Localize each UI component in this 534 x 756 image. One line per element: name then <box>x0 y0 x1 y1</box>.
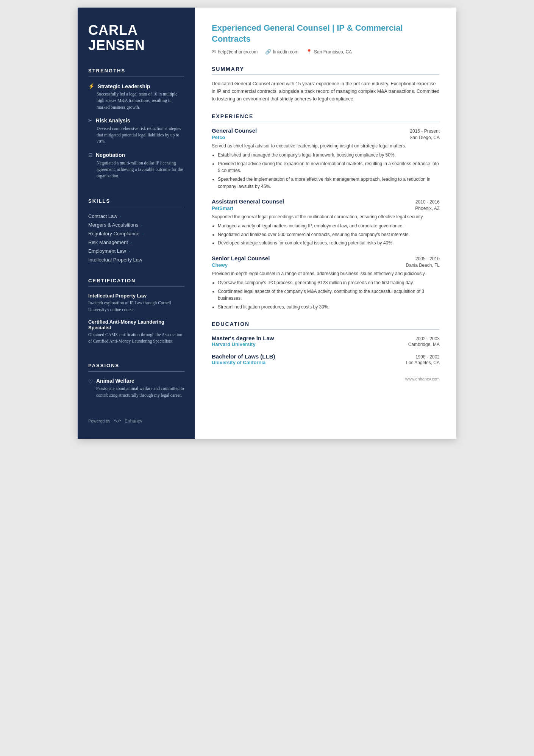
main-title: Experienced General Counsel | IP & Comme… <box>212 23 440 44</box>
risk-analysis-icon: ✂ <box>88 117 93 124</box>
summary-section: SUMMARY Dedicated General Counsel armed … <box>212 66 440 103</box>
exp-subheader-3: Chewy Dania Beach, FL <box>212 262 440 268</box>
negotiation-icon: ⊟ <box>88 152 93 158</box>
edu-degree-1: Master's degree in Law <box>212 335 274 341</box>
edu-header-1: Master's degree in Law 2002 - 2003 <box>212 335 440 341</box>
certification-divider <box>88 286 184 287</box>
skill-dot-1: · <box>119 213 122 219</box>
edu-location-2: Los Angeles, CA <box>406 360 440 365</box>
name-block: CARLA JENSEN <box>88 23 184 53</box>
edu-item-2: Bachelor of Laws (LLB) 1998 - 2002 Unive… <box>212 353 440 365</box>
strength-desc-2: Devised comprehensive risk reduction str… <box>88 125 184 145</box>
strengths-divider <box>88 77 184 77</box>
exp-subheader-2: PetSmart Phoenix, AZ <box>212 205 440 211</box>
skills-section: SKILLS Contract Law · Mergers & Acquisit… <box>88 198 184 266</box>
contact-email: ✉ help@enhancv.com <box>212 49 258 55</box>
exp-header-2: Assistant General Counsel 2010 - 2016 <box>212 198 440 205</box>
edu-school-2: University of California <box>212 360 265 365</box>
exp-item-1: General Counsel 2016 - Present Petco San… <box>212 127 440 190</box>
cert-desc-1: In-depth exploration of IP Law through C… <box>88 300 184 313</box>
skills-title: SKILLS <box>88 198 184 204</box>
exp-location-1: San Diego, CA <box>410 135 440 140</box>
edu-dates-1: 2002 - 2003 <box>415 336 440 341</box>
contact-row: ✉ help@enhancv.com 🔗 linkedin.com 📍 San … <box>212 49 440 55</box>
contact-location: 📍 San Francisco, CA <box>306 49 352 55</box>
bullet-1-3: Spearheaded the implementation of a more… <box>218 176 440 190</box>
strategic-leadership-icon: ⚡ <box>88 83 95 89</box>
skill-dot-3: · <box>141 231 144 236</box>
skill-item-5: Employment Law · <box>88 248 184 254</box>
enhancv-brand: Enhancv <box>125 418 142 424</box>
strength-name-2: Risk Analysis <box>96 117 130 124</box>
strength-item-1: ⚡ Strategic Leadership Successfully led … <box>88 83 184 111</box>
experience-section: EXPERIENCE General Counsel 2016 - Presen… <box>212 113 440 310</box>
main-content: Experienced General Counsel | IP & Comme… <box>195 8 456 439</box>
location-value: San Francisco, CA <box>314 49 352 55</box>
resume-wrapper: CARLA JENSEN STRENGTHS ⚡ Strategic Leade… <box>78 8 456 439</box>
passions-divider <box>88 371 184 372</box>
edu-school-1: Harvard University <box>212 341 256 347</box>
exp-title-2: Assistant General Counsel <box>212 198 284 205</box>
exp-desc-1: Served as chief legal advisor to executi… <box>212 142 440 149</box>
contact-linkedin: 🔗 linkedin.com <box>265 49 298 55</box>
strength-header-3: ⊟ Negotiation <box>88 152 184 158</box>
edu-subheader-1: Harvard University Cambridge, MA <box>212 341 440 347</box>
exp-bullets-3: Oversaw the company's IPO process, gener… <box>212 279 440 310</box>
sidebar: CARLA JENSEN STRENGTHS ⚡ Strategic Leade… <box>78 8 195 439</box>
edu-location-1: Cambridge, MA <box>408 342 440 347</box>
last-name: JENSEN <box>88 38 184 53</box>
passions-title: PASSIONS <box>88 363 184 368</box>
website-label: www.enhancv.com <box>405 377 440 381</box>
certification-section: CERTIFICATION Intellectual Property Law … <box>88 278 184 351</box>
email-icon: ✉ <box>212 49 216 55</box>
strength-header-1: ⚡ Strategic Leadership <box>88 83 184 89</box>
exp-title-1: General Counsel <box>212 127 257 134</box>
exp-bullets-1: Established and managed the company's le… <box>212 152 440 190</box>
bullet-1-2: Provided legal advice during the expansi… <box>218 160 440 174</box>
edu-header-2: Bachelor of Laws (LLB) 1998 - 2002 <box>212 353 440 360</box>
cert-desc-2: Obtained CAMS certification through the … <box>88 332 184 345</box>
skill-item-3: Regulatory Compliance · <box>88 231 184 236</box>
strength-name-1: Strategic Leadership <box>98 83 150 89</box>
experience-divider <box>212 122 440 122</box>
certification-title: CERTIFICATION <box>88 278 184 283</box>
summary-divider <box>212 74 440 75</box>
exp-company-1: Petco <box>212 135 225 140</box>
strengths-title: STRENGTHS <box>88 68 184 74</box>
education-section: EDUCATION Master's degree in Law 2002 - … <box>212 321 440 365</box>
edu-item-1: Master's degree in Law 2002 - 2003 Harva… <box>212 335 440 347</box>
strength-item-2: ✂ Risk Analysis Devised comprehensive ri… <box>88 117 184 145</box>
summary-text: Dedicated General Counsel armed with 15 … <box>212 80 440 103</box>
exp-location-3: Dania Beach, FL <box>406 263 440 268</box>
exp-item-2: Assistant General Counsel 2010 - 2016 Pe… <box>212 198 440 247</box>
skill-item-2: Mergers & Acquisitions · <box>88 222 184 228</box>
email-value: help@enhancv.com <box>218 49 258 55</box>
bullet-1-1: Established and managed the company's le… <box>218 152 440 159</box>
exp-title-3: Senior Legal Counsel <box>212 255 270 261</box>
bullet-2-1: Managed a variety of legal matters inclu… <box>218 222 440 230</box>
summary-title: SUMMARY <box>212 66 440 72</box>
strengths-section: STRENGTHS ⚡ Strategic Leadership Success… <box>88 68 184 186</box>
strength-name-3: Negotiation <box>96 152 125 158</box>
sidebar-footer: Powered by Enhancv <box>88 411 184 424</box>
skill-item-6: Intellectual Property Law <box>88 257 184 263</box>
exp-dates-3: 2005 - 2010 <box>415 256 440 261</box>
first-name: CARLA <box>88 23 184 38</box>
skill-dot-5: · <box>128 248 130 254</box>
bullet-3-2: Coordinated legal aspects of the company… <box>218 288 440 302</box>
exp-item-3: Senior Legal Counsel 2005 - 2010 Chewy D… <box>212 255 440 310</box>
skill-item-1: Contract Law · <box>88 213 184 219</box>
exp-subheader-1: Petco San Diego, CA <box>212 135 440 140</box>
skills-divider <box>88 207 184 207</box>
exp-company-2: PetSmart <box>212 205 233 211</box>
bullet-3-1: Oversaw the company's IPO process, gener… <box>218 279 440 286</box>
cert-item-2: Certified Anti-Money Laundering Speciali… <box>88 319 184 345</box>
skill-dot-4: · <box>130 239 132 245</box>
location-icon: 📍 <box>306 49 312 55</box>
passions-section: PASSIONS ♡ Animal Welfare Passionate abo… <box>88 363 184 399</box>
main-footer: www.enhancv.com <box>212 377 440 381</box>
edu-subheader-2: University of California Los Angeles, CA <box>212 360 440 365</box>
passion-item-1: ♡ Animal Welfare Passionate about animal… <box>88 378 184 399</box>
bullet-2-2: Negotiated and finalized over 500 commer… <box>218 231 440 238</box>
enhancv-logo-icon <box>113 418 122 424</box>
